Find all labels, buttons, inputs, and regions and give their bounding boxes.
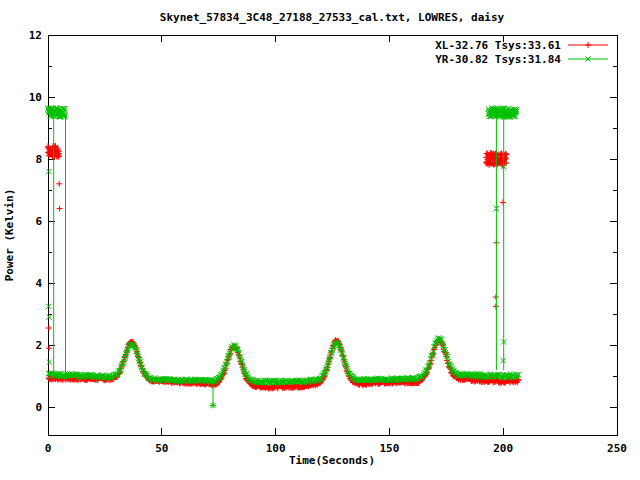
chart-title: Skynet_57834_3C48_27188_27533_cal.txt, L… <box>160 11 505 24</box>
y-axis-label: Power (Kelvin) <box>3 189 16 282</box>
legend-label: YR-30.82 Tsys:31.84 <box>435 53 561 66</box>
plot-border <box>48 35 617 435</box>
x-tick-label: 200 <box>493 442 513 455</box>
y-tick-label: 4 <box>35 277 42 290</box>
x-tick-label: 250 <box>607 442 627 455</box>
data-markers <box>45 143 522 392</box>
x-tick-label: 50 <box>155 442 168 455</box>
y-tick-label: 12 <box>29 29 42 42</box>
x-tick-label: 150 <box>379 442 399 455</box>
data-markers <box>45 105 521 408</box>
x-tick-label: 100 <box>266 442 286 455</box>
gnuplot-window: 050100150200250024681012 XL-32.76 Tsys:3… <box>0 0 640 480</box>
legend-entry: XL-32.76 Tsys:33.61 <box>435 39 608 52</box>
legend-sample-cross-marker <box>568 56 608 61</box>
x-tick-label: 0 <box>45 442 52 455</box>
y-tick-label: 10 <box>29 91 42 104</box>
legend-sample-plus-marker <box>568 42 608 48</box>
legend-label: XL-32.76 Tsys:33.61 <box>435 39 561 52</box>
x-axis-label: Time(Seconds) <box>289 454 375 467</box>
y-tick-label: 8 <box>35 153 42 166</box>
y-tick-label: 6 <box>35 215 42 228</box>
axis-tick-labels: 050100150200250024681012 <box>29 29 627 455</box>
series-xl <box>45 143 522 392</box>
axis-ticks <box>48 35 617 435</box>
legend: XL-32.76 Tsys:33.61YR-30.82 Tsys:31.84 <box>435 39 608 66</box>
y-tick-label: 2 <box>35 339 42 352</box>
legend-entry: YR-30.82 Tsys:31.84 <box>435 53 608 66</box>
data-series <box>45 105 522 408</box>
y-tick-label: 0 <box>35 401 42 414</box>
tick-marks <box>48 35 617 435</box>
power-vs-time-chart: 050100150200250024681012 XL-32.76 Tsys:3… <box>0 0 640 480</box>
series-yr <box>45 105 521 408</box>
